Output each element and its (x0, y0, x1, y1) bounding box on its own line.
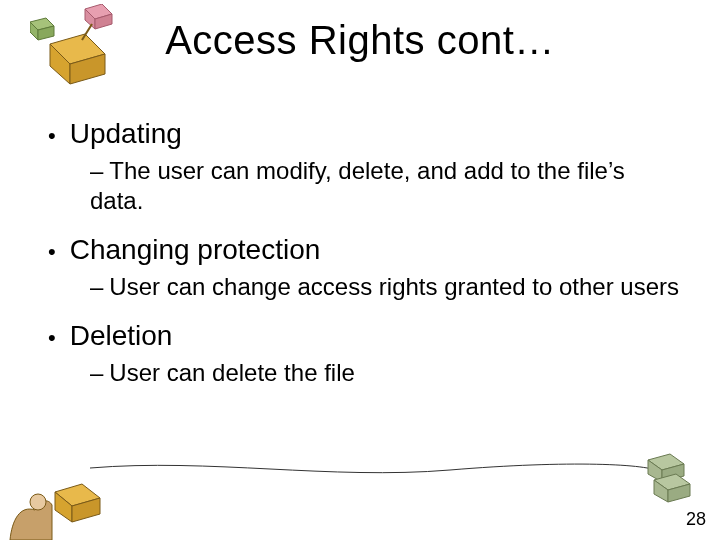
sub-bullet-text: The user can modify, delete, and add to … (90, 157, 625, 214)
bullet-dot-icon: • (48, 122, 56, 150)
page-number: 28 (686, 509, 706, 530)
corner-art-bottom-left-icon (0, 450, 130, 540)
dash-icon: – (90, 157, 103, 184)
sub-bullet-deletion: –User can delete the file (90, 358, 680, 388)
dash-icon: – (90, 359, 103, 386)
bullet-dot-icon: • (48, 238, 56, 266)
bullet-dot-icon: • (48, 324, 56, 352)
bullet-label: Deletion (70, 320, 173, 352)
sub-bullet-text: User can change access rights granted to… (109, 273, 679, 300)
sub-bullet-text: User can delete the file (109, 359, 354, 386)
bullet-label: Changing protection (70, 234, 321, 266)
slide: Access Rights cont… • Updating –The user… (0, 0, 720, 540)
footer-divider-icon (90, 458, 660, 484)
sub-bullet-updating: –The user can modify, delete, and add to… (90, 156, 680, 216)
bullet-label: Updating (70, 118, 182, 150)
sub-bullet-changing-protection: –User can change access rights granted t… (90, 272, 680, 302)
slide-title: Access Rights cont… (0, 18, 720, 63)
corner-art-bottom-right-icon (640, 450, 700, 510)
svg-point-10 (30, 494, 46, 510)
dash-icon: – (90, 273, 103, 300)
bullet-updating: • Updating (48, 118, 680, 150)
slide-body: • Updating –The user can modify, delete,… (48, 100, 680, 398)
bullet-changing-protection: • Changing protection (48, 234, 680, 266)
bullet-deletion: • Deletion (48, 320, 680, 352)
